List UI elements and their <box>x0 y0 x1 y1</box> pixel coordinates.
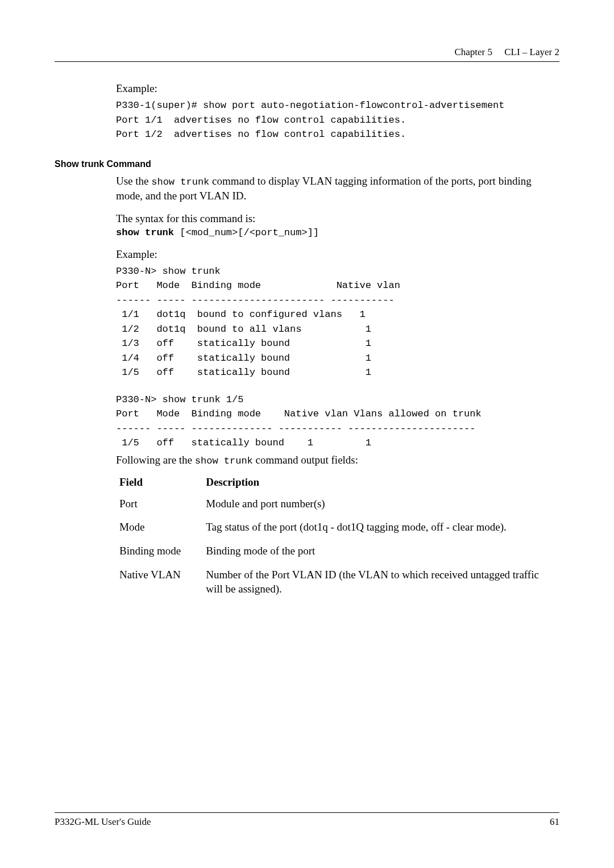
fields-table: Field Description Port Module and port n… <box>116 474 559 602</box>
example2-label: Example: <box>116 248 559 261</box>
field-name: Native VLAN <box>116 564 202 602</box>
field-desc: Module and port number(s) <box>202 493 559 517</box>
syntax-bold: show trunk <box>116 227 174 238</box>
field-name: Mode <box>116 516 202 540</box>
show-trunk-heading: Show trunk Command <box>55 159 559 169</box>
syntax-line: show trunk [<mod_num>[/<port_num>]] <box>116 227 559 238</box>
intro-pre: Use the <box>116 175 151 187</box>
footer-left: P332G-ML User's Guide <box>55 816 151 828</box>
footer-right: 61 <box>550 816 559 828</box>
field-name: Port <box>116 493 202 517</box>
show-trunk-intro: Use the show trunk command to display VL… <box>116 174 559 204</box>
field-desc: Tag status of the port (dot1q - dot1Q ta… <box>202 516 559 540</box>
field-desc: Number of the Port VLAN ID (the VLAN to … <box>202 564 559 602</box>
chapter-number: Chapter 5 <box>454 47 492 57</box>
example1-label: Example: <box>116 82 559 95</box>
table-row: Native VLAN Number of the Port VLAN ID (… <box>116 564 559 602</box>
table-row: Port Module and port number(s) <box>116 493 559 517</box>
syntax-plain: [<mod_num>[/<port_num>]] <box>174 227 319 238</box>
show-trunk-output-1: P330-N> show trunk Port Mode Binding mod… <box>116 264 559 380</box>
intro-cmd: show trunk <box>151 177 209 187</box>
following-text: Following are the show trunk command out… <box>116 453 559 468</box>
table-header-row: Field Description <box>116 474 559 493</box>
following-cmd: show trunk <box>195 456 253 466</box>
field-desc: Binding mode of the port <box>202 540 559 564</box>
col-description: Description <box>202 474 559 493</box>
header-rule <box>55 61 559 62</box>
table-row: Mode Tag status of the port (dot1q - dot… <box>116 516 559 540</box>
page-header: Chapter 5 CLI – Layer 2 <box>55 47 559 58</box>
table-row: Binding mode Binding mode of the port <box>116 540 559 564</box>
syntax-label: The syntax for this command is: <box>116 211 559 226</box>
following-post: command output fields: <box>253 454 358 466</box>
field-name: Binding mode <box>116 540 202 564</box>
footer-rule <box>55 812 559 813</box>
page-footer: P332G-ML User's Guide 61 <box>55 812 559 828</box>
chapter-title: CLI – Layer 2 <box>504 47 559 57</box>
show-trunk-output-2: P330-N> show trunk 1/5 Port Mode Binding… <box>116 393 559 450</box>
example1-code: P330-1(super)# show port auto-negotiatio… <box>116 98 559 142</box>
following-pre: Following are the <box>116 454 195 466</box>
col-field: Field <box>116 474 202 493</box>
